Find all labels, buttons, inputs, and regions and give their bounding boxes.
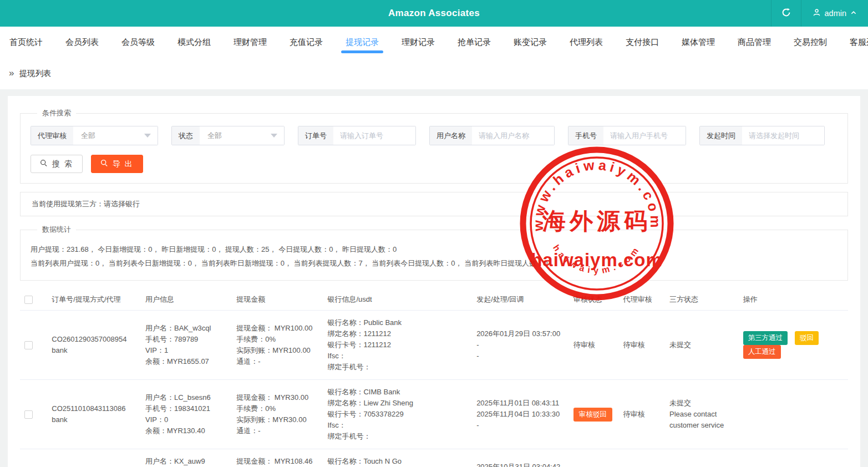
col-header-order: 订单号/提现方式/代理	[47, 289, 141, 310]
main-nav: 首页统计 会员列表 会员等级 模式分组 理财管理 充值记录 提现记录 理财记录 …	[0, 27, 868, 58]
action-cell: 第三方通过 驳回 人工通过	[739, 324, 848, 366]
stats-line-1: 用户提现：231.68， 今日新增提现：0， 昨日新增提现：0， 提现人数：25…	[31, 242, 837, 256]
phone-filter: 手机号	[568, 126, 686, 145]
user-icon	[813, 8, 821, 18]
order-no-label: 订单号	[298, 126, 333, 145]
select-all-checkbox[interactable]	[24, 296, 33, 304]
audit-rejected-badge: 审核驳回	[573, 408, 612, 422]
agent-audit-label: 代理审核	[31, 126, 73, 145]
search-legend: 条件搜索	[37, 108, 76, 118]
reject-button[interactable]: 驳回	[795, 331, 819, 345]
col-header-bank: 银行信息/usdt	[323, 289, 472, 310]
audit-status-cell: 审核驳回	[569, 401, 619, 428]
chevron-down-icon	[271, 134, 277, 138]
nav-tab-payment-api[interactable]: 支付接口	[625, 29, 660, 56]
username-label: 用户名称	[430, 126, 472, 145]
agent-audit-select[interactable]: 全部	[73, 126, 158, 145]
col-header-amount: 提现金额	[232, 289, 323, 310]
content-panel: 条件搜索 代理审核 全部 状态 全部 订单号 用户名称	[8, 96, 860, 467]
user-menu[interactable]: admin	[801, 0, 868, 27]
nav-tab-recharge-records[interactable]: 充值记录	[288, 29, 324, 56]
status-label: 状态	[172, 126, 200, 145]
search-icon	[40, 159, 48, 169]
username-label: admin	[825, 9, 847, 18]
nav-tab-product-manage[interactable]: 商品管理	[737, 29, 772, 56]
nav-tab-agent-list[interactable]: 代理列表	[568, 29, 604, 56]
col-header-action: 操作	[739, 289, 848, 310]
withdraw-table: 订单号/提现方式/代理 用户信息 提现金额 银行信息/usdt 发起/处理/回调…	[20, 289, 848, 467]
username-input[interactable]	[472, 126, 554, 145]
stats-fieldset: 数据统计 用户提现：231.68， 今日新增提现：0， 昨日新增提现：0， 提现…	[20, 225, 848, 281]
col-header-third: 三方状态	[665, 289, 739, 310]
col-header-time: 发起/处理/回调	[472, 289, 569, 310]
app-title: Amazon Associates	[0, 8, 868, 19]
table-row: CO2511010843113086 bank 用户名：LC_bsesn6手机号…	[20, 380, 848, 449]
nav-tab-home-stats[interactable]: 首页统计	[8, 29, 44, 56]
phone-input[interactable]	[603, 126, 686, 145]
table-row: CO2510310304426411 bank 用户名：KX_auw9手机号：1…	[20, 449, 848, 467]
agent-audit-cell: 待审核	[618, 402, 665, 427]
order-cell: CO2601290357008954 bank	[47, 327, 141, 363]
order-no-input[interactable]	[333, 126, 415, 145]
third-party-pass-button[interactable]: 第三方通过	[743, 331, 788, 345]
app-header: Amazon Associates admin	[0, 0, 868, 27]
user-info-cell: 用户名：KX_auw9手机号：183666385 VIP：0余额：MYR108.…	[141, 449, 232, 467]
nav-tab-member-list[interactable]: 会员列表	[64, 29, 100, 56]
chevron-down-icon	[144, 134, 151, 138]
third-status-cell: 未提交	[665, 333, 739, 357]
nav-tab-finance-manage[interactable]: 理财管理	[232, 29, 268, 56]
chevron-up-icon	[850, 9, 857, 18]
time-cell: 2026年01月29日 03:57:00- -	[472, 322, 569, 368]
amount-cell: 提现金额： MYR108.46手续费：0% 实际到账：MYR108.46通道：	[232, 449, 323, 467]
nav-tab-trade-control[interactable]: 交易控制	[793, 29, 828, 56]
user-info-cell: 用户名：LC_bsesn6手机号：198341021 VIP：0余额：MYR13…	[141, 385, 232, 443]
nav-tab-member-level[interactable]: 会员等级	[120, 29, 156, 56]
search-button[interactable]: 搜 索	[31, 155, 83, 173]
nav-tab-finance-records[interactable]: 理财记录	[400, 29, 436, 56]
search-fieldset: 条件搜索 代理审核 全部 状态 全部 订单号 用户名称	[20, 108, 848, 184]
amount-cell: 提现金额： MYR30.00手续费：0% 实际到账：MYR30.00通道：-	[232, 385, 323, 443]
start-time-filter: 发起时间	[699, 126, 825, 145]
nav-tab-cs-list[interactable]: 客服列表	[849, 29, 868, 56]
order-cell: CO2511010843113086 bank	[47, 397, 141, 432]
third-party-notice: 当前使用提现第三方：请选择银行	[20, 192, 848, 216]
third-status-cell: 未提交 Contact CS	[665, 460, 739, 467]
time-cell: 2025年10月31日 03:04:422025年10月31日 04:06:41…	[472, 455, 569, 467]
order-cell: CO2510310304426411 bank	[47, 460, 141, 467]
agent-audit-cell: 待审核	[618, 333, 665, 357]
page-title: 提现列表	[19, 68, 51, 79]
start-time-input[interactable]	[742, 126, 824, 145]
bank-info-cell: 银行名称：CIMB Bank绑定名称：Liew Zhi Sheng 银行卡号：7…	[323, 380, 472, 449]
bank-info-cell: 银行名称：Public Bank绑定名称：1211212 银行卡号：121121…	[323, 311, 472, 379]
amount-cell: 提现金额： MYR100.00手续费：0% 实际到账：MYR100.00通道：-	[232, 316, 323, 374]
nav-tab-media-manage[interactable]: 媒体管理	[681, 29, 716, 56]
table-row: CO2601290357008954 bank 用户名：BAK_w3cql手机号…	[20, 311, 848, 380]
start-time-label: 发起时间	[700, 126, 742, 145]
audit-status-text: 待审核	[573, 341, 595, 349]
row-checkbox[interactable]	[24, 341, 33, 349]
nav-tab-account-change-records[interactable]: 账变记录	[512, 29, 548, 56]
row-checkbox[interactable]	[24, 410, 33, 419]
manual-pass-button[interactable]: 人工通过	[743, 345, 781, 359]
stats-legend: 数据统计	[37, 225, 76, 235]
status-select[interactable]: 全部	[200, 126, 284, 145]
status-filter: 状态 全部	[171, 126, 285, 145]
col-header-user: 用户信息	[141, 289, 232, 310]
order-no-filter: 订单号	[298, 126, 416, 145]
time-cell: 2025年11月01日 08:43:112025年11月04日 10:33:30…	[472, 391, 569, 438]
breadcrumb: » 提现列表	[0, 58, 868, 89]
refresh-button[interactable]	[771, 0, 801, 27]
third-status-cell: 未提交 Please contact customer service	[665, 391, 739, 438]
username-filter: 用户名称	[429, 126, 555, 145]
col-header-agent: 代理审核	[618, 289, 665, 310]
nav-tab-order-grab-records[interactable]: 抢单记录	[456, 29, 492, 56]
stats-line-2: 当前列表用户提现：0， 当前列表今日新增提现：0， 当前列表昨日新增提现：0， …	[31, 256, 837, 270]
nav-tab-withdraw-records[interactable]: 提现记录	[344, 29, 380, 56]
agent-audit-filter: 代理审核 全部	[31, 126, 158, 145]
col-header-audit: 审核状态	[569, 289, 619, 310]
export-button[interactable]: 导 出	[91, 155, 143, 173]
nav-tab-mode-group[interactable]: 模式分组	[176, 29, 212, 56]
search-icon	[100, 159, 108, 169]
breadcrumb-arrows-icon: »	[9, 68, 14, 79]
audit-status-cell: 审核驳回	[569, 465, 619, 467]
